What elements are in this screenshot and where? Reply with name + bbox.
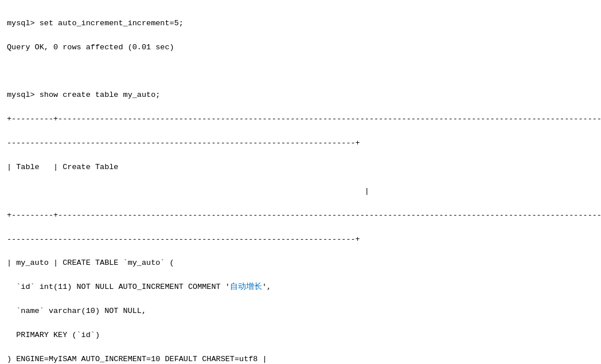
line-table-row2-post: ', <box>262 283 271 291</box>
line-table-row5: ) ENGINE=MyISAM AUTO_INCREMENT=10 DEFAUL… <box>7 355 267 363</box>
line-border-1b: ----------------------------------------… <box>7 139 360 147</box>
line-query-ok: Query OK, 0 rows affected (0.01 sec) <box>7 43 174 52</box>
line-table-header: | Table | Create Table <box>7 163 601 171</box>
line-chinese-comment: 自动增长 <box>230 283 262 291</box>
line-show-create: mysql> show create table my_auto; <box>7 91 160 99</box>
terminal-output: mysql> set auto_increment_increment=5; Q… <box>7 6 594 364</box>
line-table-row2-pre: `id` int(11) NOT NULL AUTO_INCREMENT COM… <box>7 283 230 291</box>
line-table-row4: PRIMARY KEY (`id`) <box>7 331 100 339</box>
line-set-command: mysql> set auto_increment_increment=5; <box>7 19 184 28</box>
line-border-1: +---------+-----------------------------… <box>7 115 601 123</box>
line-table-row3: `name` varchar(10) NOT NULL, <box>7 307 146 315</box>
line-border-2: +---------+-----------------------------… <box>7 211 601 220</box>
line-table-row1: | my_auto | CREATE TABLE `my_auto` ( <box>7 259 174 267</box>
line-border-2b: ----------------------------------------… <box>7 235 360 244</box>
line-table-header-cont: | <box>7 187 369 195</box>
